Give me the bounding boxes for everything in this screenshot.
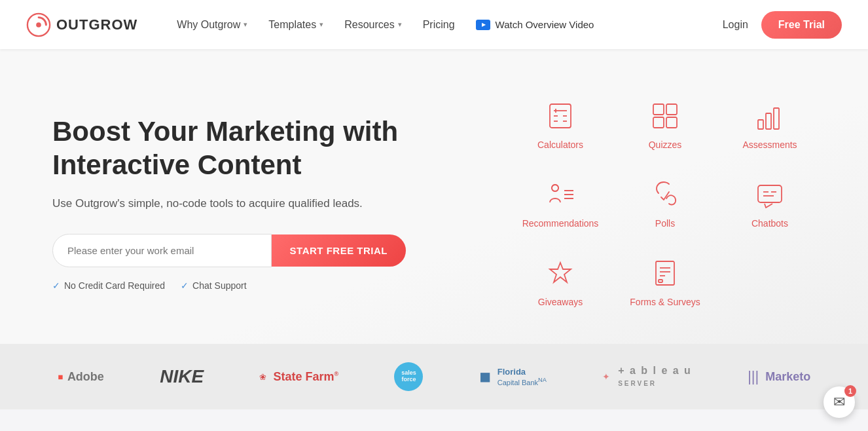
- calculators-icon: [543, 99, 577, 133]
- florida-icon: ◼: [479, 368, 491, 385]
- calculators-label: Calculators: [537, 140, 583, 150]
- adobe-icon: ▪: [58, 367, 63, 387]
- play-icon: [476, 20, 490, 30]
- check-icon: ✓: [52, 280, 60, 291]
- logo-tableau: ✦ + a b l e a uSERVER: [602, 365, 692, 388]
- adobe-text: Adobe: [67, 370, 104, 384]
- statefarm-text: State Farm®: [273, 370, 338, 384]
- logos-strip: ▪ Adobe NIKE ❀ State Farm® salesforce ◼ …: [0, 344, 868, 409]
- feature-assessments[interactable]: Assessments: [724, 88, 816, 160]
- chatbots-icon: [753, 178, 787, 212]
- hero-title: Boost Your Marketing with Interactive Co…: [52, 115, 475, 181]
- statefarm-icon: ❀: [259, 372, 266, 382]
- nav-item-resources[interactable]: Resources ▾: [344, 19, 401, 31]
- chat-bubble-button[interactable]: ✉ 1: [823, 386, 855, 418]
- giveaways-label: Giveaways: [538, 297, 583, 307]
- svg-rect-12: [666, 117, 677, 128]
- logo-salesforce: salesforce: [394, 362, 423, 391]
- salesforce-icon: salesforce: [394, 362, 423, 391]
- marketo-icon: |||: [748, 368, 759, 385]
- svg-point-17: [552, 185, 558, 191]
- logo[interactable]: OUTGROW: [26, 12, 137, 37]
- recommendations-label: Recommendations: [522, 218, 599, 229]
- polls-icon: [648, 178, 682, 212]
- logo-text: OUTGROW: [56, 16, 137, 33]
- chat-bubble-icon: ✉: [833, 394, 845, 411]
- svg-rect-2: [550, 104, 571, 128]
- email-input[interactable]: [52, 234, 272, 267]
- svg-rect-26: [659, 280, 662, 282]
- feature-recommendations[interactable]: Recommendations: [515, 167, 606, 239]
- nav-item-why-outgrow[interactable]: Why Outgrow ▾: [177, 19, 247, 31]
- logo-statefarm: ❀ State Farm®: [259, 370, 338, 384]
- assessments-label: Assessments: [742, 140, 797, 150]
- chat-badge: 1: [844, 385, 856, 397]
- nav-links: Why Outgrow ▾ Templates ▾ Resources ▾ Pr…: [177, 19, 722, 31]
- nav-item-templates[interactable]: Templates ▾: [268, 19, 323, 31]
- quizzes-icon: [648, 99, 682, 133]
- hero-left: Boost Your Marketing with Interactive Co…: [52, 88, 501, 318]
- forms-surveys-icon: [648, 256, 682, 290]
- logo-marketo: ||| Marketo: [748, 368, 810, 385]
- navbar: OUTGROW Why Outgrow ▾ Templates ▾ Resour…: [0, 0, 868, 49]
- feature-forms-surveys[interactable]: Forms & Surveys: [619, 246, 711, 318]
- giveaways-icon: [543, 256, 577, 290]
- forms-surveys-label: Forms & Surveys: [630, 297, 700, 307]
- login-button[interactable]: Login: [723, 19, 748, 31]
- nav-right: Login Free Trial: [723, 11, 842, 39]
- feature-calculators[interactable]: Calculators: [515, 88, 606, 160]
- recommendations-icon: [543, 178, 577, 212]
- svg-rect-18: [758, 185, 782, 202]
- nav-watch-video[interactable]: Watch Overview Video: [476, 19, 594, 30]
- marketo-text: Marketo: [765, 370, 810, 384]
- tableau-text: + a b l e a uSERVER: [618, 365, 692, 388]
- no-credit-card-badge: ✓ No Credit Card Required: [52, 280, 165, 291]
- svg-rect-10: [666, 104, 677, 115]
- polls-label: Polls: [655, 218, 675, 229]
- svg-rect-9: [653, 104, 664, 115]
- logo-adobe: ▪ Adobe: [58, 367, 104, 387]
- chevron-down-icon: ▾: [319, 20, 323, 29]
- quizzes-label: Quizzes: [649, 140, 682, 150]
- tableau-icon: ✦: [602, 371, 610, 382]
- feature-polls[interactable]: Polls: [619, 167, 711, 239]
- nike-text: NIKE: [160, 366, 204, 387]
- assessments-icon: [753, 99, 787, 133]
- logo-nike: NIKE: [160, 366, 204, 387]
- chevron-down-icon: ▾: [398, 20, 402, 29]
- trust-badges: ✓ No Credit Card Required ✓ Chat Support: [52, 280, 475, 291]
- chevron-down-icon: ▾: [244, 20, 247, 29]
- chatbots-label: Chatbots: [751, 218, 788, 229]
- feature-grid: Calculators Quizzes Assessments Recommen…: [501, 88, 816, 318]
- svg-point-1: [36, 22, 41, 28]
- svg-rect-11: [653, 117, 664, 128]
- feature-giveaways[interactable]: Giveaways: [515, 246, 606, 318]
- feature-quizzes[interactable]: Quizzes: [619, 88, 711, 160]
- florida-text-block: Florida Capital BankNA: [497, 367, 547, 386]
- svg-rect-13: [758, 120, 763, 129]
- feature-chatbots[interactable]: Chatbots: [724, 167, 816, 239]
- logo-florida: ◼ Florida Capital BankNA: [479, 367, 547, 386]
- nav-item-pricing[interactable]: Pricing: [423, 19, 455, 31]
- svg-rect-14: [766, 113, 771, 129]
- free-trial-nav-button[interactable]: Free Trial: [761, 11, 842, 39]
- check-icon: ✓: [181, 280, 189, 291]
- hero-subtitle: Use Outgrow's simple, no-code tools to a…: [52, 197, 380, 210]
- start-free-trial-button[interactable]: START FREE TRIAL: [272, 234, 406, 267]
- chat-support-badge: ✓ Chat Support: [181, 280, 247, 291]
- email-form: START FREE TRIAL: [52, 234, 406, 267]
- svg-rect-15: [774, 108, 779, 129]
- hero-section: Boost Your Marketing with Interactive Co…: [0, 49, 868, 344]
